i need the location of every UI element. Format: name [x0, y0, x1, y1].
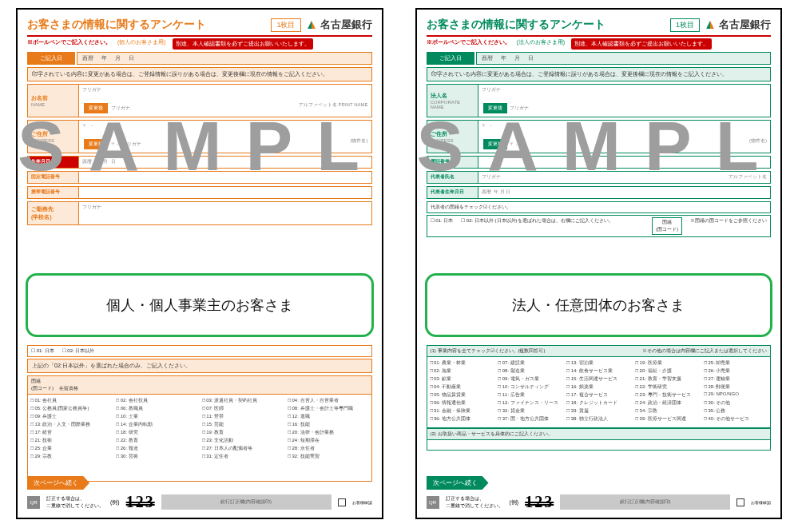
business-option[interactable]: 37: 国・地方公共団体	[498, 415, 562, 423]
business-option[interactable]: 25: 卸売業	[704, 359, 768, 367]
occupation-option[interactable]: 25: 企業	[30, 445, 111, 452]
business-option[interactable]: 40: その他サービス	[704, 415, 768, 423]
business-option[interactable]: 12: ファイナンス・リース	[498, 399, 562, 407]
seal-box-icon	[736, 498, 744, 506]
business-option[interactable]: 21: 教育・学習支援	[635, 375, 699, 383]
business-option[interactable]: 22: 学術研究	[635, 383, 699, 391]
biz-free-box[interactable]	[427, 439, 772, 451]
business-option[interactable]: 19: 医療業	[635, 359, 699, 367]
business-option[interactable]: 24: 政治・経済団体	[635, 399, 699, 407]
occupation-option[interactable]: 15: 芸能	[202, 421, 283, 428]
occupation-option[interactable]: 01: 会社員	[30, 397, 111, 404]
occupation-option[interactable]: 06: 教職員	[116, 405, 197, 412]
page-badge: 1枚目	[670, 18, 700, 32]
occupation-option[interactable]: 28: 永住者	[288, 445, 368, 452]
occupation-option[interactable]: 14: 企業内転勤	[116, 421, 197, 428]
business-option[interactable]: 10: コンサルティング	[498, 383, 562, 391]
occupation-option[interactable]: 09: 弁護士	[30, 413, 111, 420]
bank-name: 名古屋銀行	[320, 18, 372, 32]
occupation-option[interactable]: 20: 法律・会計業務	[288, 429, 368, 436]
business-option[interactable]: 18: クレジットカード	[566, 399, 630, 407]
occupation-option[interactable]: 02: 会社役員	[116, 397, 197, 404]
nationality-options: 01: 日本 02: 日本以外	[27, 345, 372, 357]
occupation-option[interactable]: 16: 技能	[288, 421, 368, 428]
occupation-option[interactable]: 24: 短期滞在	[288, 437, 368, 444]
qr-icon: QR	[27, 496, 40, 509]
business-option[interactable]: 15: 生活関連サービス	[566, 375, 630, 383]
business-option[interactable]: 23: 専門・技術サービス	[635, 391, 699, 399]
business-option[interactable]: 13: 宿泊業	[566, 359, 630, 367]
business-option[interactable]: 17: 複合サービス	[566, 391, 630, 399]
nation-code-box[interactable]: 国籍 (国コード)	[652, 217, 682, 235]
occupation-grid: 01: 会社員02: 会社役員03: 派遣社員・契約社員04: 自営人・自営業者…	[27, 394, 372, 482]
occupation-option[interactable]: 07: 医師	[202, 405, 283, 412]
occupation-option[interactable]: 08: 弁護士・会計士等専門職	[288, 405, 368, 412]
corp-address-block: ご住所ADDRESS 〒 - 変更後 〒 - (物件名)	[427, 120, 772, 153]
business-option[interactable]: 33: 質屋	[566, 407, 630, 415]
business-option[interactable]: 31: 金融・保険業	[430, 407, 494, 415]
business-option[interactable]: 36: 地方公共団体	[430, 415, 494, 423]
bracket-note: (個人のお客さま用)	[117, 38, 166, 50]
occupation-option[interactable]: 29: 宗教	[30, 453, 111, 460]
biz-header: (1) 事業内容を全てチェック☑ください。(複数回答可) ※その他の場合は内容欄…	[427, 345, 772, 356]
business-option[interactable]: 32: 貸金業	[498, 407, 562, 415]
business-option[interactable]: 14: 飲食サービス業	[566, 367, 630, 375]
occupation-option[interactable]: 19: 教育	[202, 429, 283, 436]
business-option[interactable]: 09: 電気・ガス業	[498, 375, 562, 383]
example-number: 123	[126, 493, 155, 511]
business-option[interactable]: 26: 小売業	[704, 367, 768, 375]
business-option[interactable]: 27: 運輸業	[704, 375, 768, 383]
dob-block: 生年月日 西暦 年 月 日	[27, 156, 372, 169]
occupation-option[interactable]: 26: 報道	[116, 445, 197, 452]
occupation-option[interactable]: 03: 派遣社員・契約社員	[202, 397, 283, 404]
business-option[interactable]: 07: 建設業	[498, 359, 562, 367]
callout-corporate[interactable]: 法人・任意団体のお客さま	[425, 273, 773, 337]
business-option[interactable]: 34: 宗教	[635, 407, 699, 415]
occupation-option[interactable]: 12: 退職	[288, 413, 368, 420]
occupation-option[interactable]: 32: 技能実習	[288, 453, 368, 460]
business-option[interactable]: 08: 製造業	[498, 367, 562, 375]
occupation-option[interactable]: 10: 士業	[116, 413, 197, 420]
business-option[interactable]: 35: 公務	[704, 407, 768, 415]
business-option[interactable]: 39: 医療サービス関連	[635, 415, 699, 423]
form-corporate: お客さまの情報に関するアンケート 1枚目 名古屋銀行 ※ボールペンでご記入くださ…	[415, 8, 783, 519]
business-option[interactable]: 29: NPO/NGO	[704, 391, 768, 399]
next-page-arrow: 次ページへ続く	[27, 476, 89, 490]
occupation-option[interactable]: 21: 技術	[30, 437, 111, 444]
occupation-option[interactable]: 27: 日本人の配偶者等	[202, 445, 283, 452]
occupation-option[interactable]: 04: 自営人・自営業者	[288, 397, 368, 404]
next-page-arrow: 次ページへ続く	[427, 476, 489, 490]
occupation-option[interactable]: 05: 公務員(国家公務員等)	[30, 405, 111, 412]
business-grid: 01: 農業・林業07: 建設業13: 宿泊業19: 医療業25: 卸売業02:…	[427, 356, 772, 428]
business-option[interactable]: 06: 情報通信業	[430, 399, 494, 407]
business-option[interactable]: 38: 独立行政法人	[566, 415, 630, 423]
business-option[interactable]: 16: 娯楽業	[566, 383, 630, 391]
occupation-side: 国籍 (国コード) 在留資格	[27, 375, 372, 394]
business-option[interactable]: 11: 広告業	[498, 391, 562, 399]
business-option[interactable]: 01: 農業・林業	[430, 359, 494, 367]
bank-logo-icon	[705, 19, 716, 30]
occupation-option[interactable]: 18: 研究	[116, 429, 197, 436]
callout-personal[interactable]: 個人・個人事業主のお客さま	[26, 273, 374, 337]
occupation-option[interactable]: 31: 定住者	[202, 453, 283, 460]
business-option[interactable]: 30: その他	[704, 399, 768, 407]
bank-correction-zone: 銀行訂正欄(内容確認印)	[161, 494, 332, 510]
business-option[interactable]: 05: 物品賃貸業	[430, 391, 494, 399]
mobile-tel-block: 携帯電話番号	[27, 186, 372, 199]
business-option[interactable]: 20: 福祉・介護	[635, 367, 699, 375]
occupation-option[interactable]: 30: 芸術	[116, 453, 197, 460]
bank-logo: 名古屋銀行	[306, 18, 372, 32]
occupation-option[interactable]: 11: 世帯	[202, 413, 283, 420]
rep-name-block: 代表者氏名 フリガナアルファベット名	[427, 171, 772, 184]
occupation-option[interactable]: 23: 文化活動	[202, 437, 283, 444]
pen-note: ※ボールペンでご記入ください。	[27, 38, 111, 50]
form-personal: お客さまの情報に関するアンケート 1枚目 名古屋銀行 ※ボールペンでご記入くださ…	[16, 8, 383, 519]
occupation-option[interactable]: 22: 教育	[116, 437, 197, 444]
change-chip: 変更後	[84, 103, 108, 113]
business-option[interactable]: 28: 郵便業	[704, 383, 768, 391]
business-option[interactable]: 02: 漁業	[430, 367, 494, 375]
business-option[interactable]: 04: 不動産業	[430, 383, 494, 391]
occupation-option[interactable]: 17: 経営	[30, 429, 111, 436]
business-option[interactable]: 03: 鉱業	[430, 375, 494, 383]
occupation-option[interactable]: 13: 政治・人文・国際業務	[30, 421, 111, 428]
